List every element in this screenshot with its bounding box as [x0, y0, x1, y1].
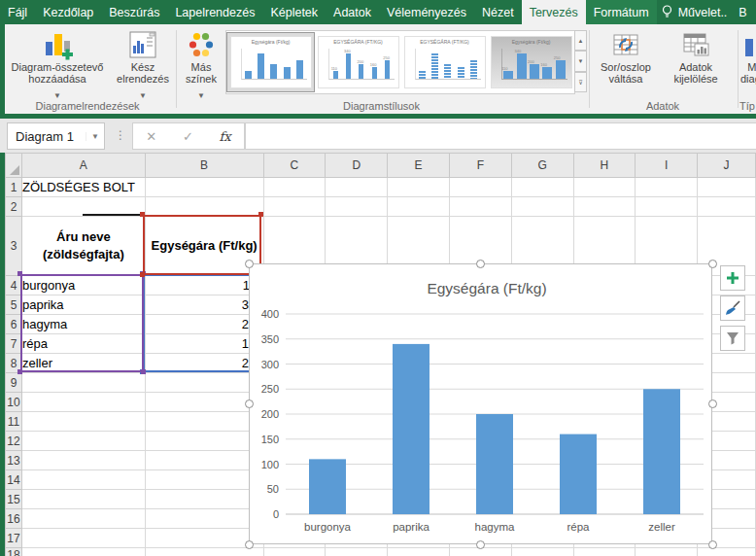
cell-A16[interactable]: [21, 509, 145, 529]
column-header-B[interactable]: B: [145, 154, 263, 178]
column-header-G[interactable]: G: [511, 154, 573, 178]
cell-B2[interactable]: [145, 197, 263, 217]
row-header-16[interactable]: 16: [6, 509, 22, 529]
cell-A10[interactable]: [21, 393, 145, 412]
tab-beszuras[interactable]: Beszúrás: [101, 0, 167, 24]
tab-velemenyezes[interactable]: Véleményezés: [379, 0, 474, 24]
cell-I2[interactable]: [636, 197, 698, 217]
row-header-14[interactable]: 14: [6, 470, 22, 490]
cell-A8[interactable]: zeller: [21, 354, 145, 373]
chart-style-1[interactable]: Egységára (Ft/kg): [226, 32, 315, 92]
chart-resize-handle[interactable]: [245, 260, 254, 268]
cell-B11[interactable]: [145, 412, 263, 432]
row-header-17[interactable]: 17: [6, 529, 22, 548]
cell-H2[interactable]: [573, 197, 636, 217]
chart-resize-handle[interactable]: [708, 260, 717, 268]
cell-B5[interactable]: 340: [145, 295, 263, 315]
select-all-button[interactable]: [6, 154, 22, 178]
tab-lapelrendezes[interactable]: Lapelrendezés: [167, 0, 262, 24]
cell-E2[interactable]: [388, 197, 450, 217]
cell-B13[interactable]: [145, 451, 263, 470]
cell-B9[interactable]: [145, 373, 263, 393]
row-header-13[interactable]: 13: [6, 451, 22, 470]
cell-B12[interactable]: [145, 432, 263, 451]
cell-B15[interactable]: [145, 490, 263, 509]
cell-A9[interactable]: [21, 373, 145, 393]
row-header-15[interactable]: 15: [6, 490, 22, 509]
formula-bar-drag-handle[interactable]: ⋮: [115, 122, 126, 148]
insert-function-icon[interactable]: fx: [219, 129, 230, 144]
row-header-4[interactable]: 4: [6, 276, 22, 295]
chart-filters-button[interactable]: [720, 326, 745, 351]
chart-resize-handle[interactable]: [708, 400, 717, 408]
row-header-2[interactable]: 2: [6, 197, 22, 217]
column-header-H[interactable]: H: [573, 154, 636, 178]
change-chart-type-button[interactable]: Mádiagra: [740, 28, 756, 98]
column-header-J[interactable]: J: [698, 154, 756, 178]
chart[interactable]: 050100150200250300350400burgonyapaprikah…: [249, 263, 712, 544]
cell-A17[interactable]: [21, 529, 145, 548]
cell-J2[interactable]: [698, 197, 756, 217]
cell-B18[interactable]: [145, 548, 263, 556]
row-header-18[interactable]: 18: [6, 548, 22, 556]
chart-styles-button[interactable]: [720, 295, 745, 321]
cell-A7[interactable]: répa: [21, 334, 145, 354]
cell-E1[interactable]: [388, 178, 450, 197]
chart-resize-handle[interactable]: [476, 260, 485, 268]
cell-B8[interactable]: 250: [145, 354, 263, 373]
cell-B4[interactable]: 110: [145, 276, 263, 295]
cell-G2[interactable]: [511, 197, 573, 217]
cell-A13[interactable]: [21, 451, 145, 470]
column-header-D[interactable]: D: [326, 154, 388, 178]
cell-A18[interactable]: [21, 548, 145, 556]
tab-tervezes[interactable]: Tervezés: [522, 0, 586, 24]
cell-J18[interactable]: [698, 548, 756, 556]
chart-style-2[interactable]: Egységára (Ft/kg)110340200160250: [315, 33, 401, 91]
chart-resize-handle[interactable]: [245, 400, 254, 408]
row-header-10[interactable]: 10: [6, 393, 22, 412]
gallery-scroll-up[interactable]: ▲: [574, 30, 587, 51]
row-header-6[interactable]: 6: [6, 315, 22, 334]
cancel-icon[interactable]: ✕: [146, 129, 156, 144]
chart-style-4[interactable]: Egységára (Ft/kg)110340200160250: [488, 33, 574, 91]
cell-C2[interactable]: [263, 197, 326, 217]
tab-formatum[interactable]: Formátum: [586, 0, 657, 24]
gallery-more-button[interactable]: ⊽: [574, 72, 587, 92]
cell-H18[interactable]: [573, 548, 636, 556]
enter-icon[interactable]: ✓: [183, 129, 193, 144]
account-label[interactable]: B: [731, 0, 754, 24]
chart-elements-button[interactable]: [720, 265, 745, 291]
cell-A1[interactable]: ZÖLDSÉGES BOLT: [21, 178, 145, 197]
row-header-8[interactable]: 8: [6, 354, 22, 373]
cell-E18[interactable]: [388, 548, 450, 556]
cell-A14[interactable]: [21, 470, 145, 490]
select-data-button[interactable]: Adatok kijelölése: [662, 28, 730, 98]
add-chart-element-button[interactable]: Diagram-összetevő hozzáadása ▼: [4, 28, 111, 98]
cell-A6[interactable]: hagyma: [21, 315, 145, 334]
chart-resize-handle[interactable]: [708, 540, 717, 549]
cell-A12[interactable]: [21, 432, 145, 451]
row-header-3[interactable]: 3: [6, 217, 22, 276]
row-header-5[interactable]: 5: [6, 295, 22, 315]
column-header-F[interactable]: F: [449, 154, 511, 178]
row-header-1[interactable]: 1: [6, 178, 22, 197]
column-header-A[interactable]: A: [21, 154, 145, 178]
tab-kezdolap[interactable]: Kezdőlap: [35, 0, 101, 24]
cell-C1[interactable]: [263, 178, 326, 197]
column-header-E[interactable]: E: [388, 154, 450, 178]
cell-A11[interactable]: [21, 412, 145, 432]
cell-I18[interactable]: [636, 548, 698, 556]
cell-A2[interactable]: [21, 197, 145, 217]
cell-G1[interactable]: [511, 178, 573, 197]
tab-nezet[interactable]: Nézet: [474, 0, 522, 24]
cell-B7[interactable]: 160: [145, 334, 263, 354]
cell-B6[interactable]: 200: [145, 315, 263, 334]
cell-B16[interactable]: [145, 509, 263, 529]
chart-style-3[interactable]: Egységára (Ft/kg): [401, 33, 488, 91]
quick-layout-button[interactable]: Kész elrendezés ▼: [113, 28, 173, 98]
cell-F2[interactable]: [449, 197, 511, 217]
cell-H1[interactable]: [573, 178, 636, 197]
formula-input[interactable]: [245, 122, 756, 150]
cell-D2[interactable]: [326, 197, 388, 217]
change-colors-button[interactable]: Más színek ▼: [179, 28, 223, 98]
